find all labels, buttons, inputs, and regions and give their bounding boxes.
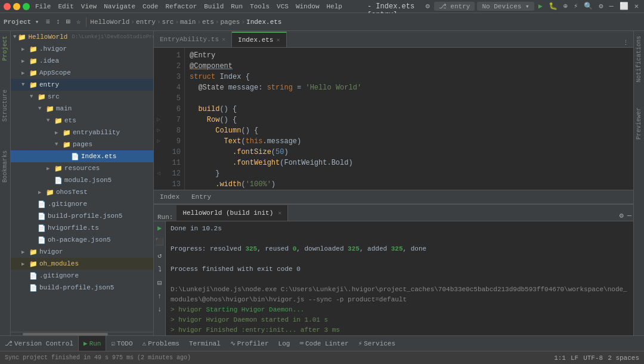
restore-icon[interactable]: ⬜	[618, 1, 630, 11]
run-filter-icon[interactable]: ⊟	[157, 279, 162, 288]
tree-item-ets[interactable]: ▼ 📁 ets	[11, 115, 153, 127]
tree-item-ohostest[interactable]: ▶ 📁 ohosTest	[11, 186, 153, 198]
tree-item-entryability[interactable]: ▶ 📁 entryability	[11, 127, 153, 138]
tree-item-index-ets[interactable]: 📄 Index.ets	[11, 150, 153, 162]
line-ending[interactable]: LF	[571, 354, 578, 362]
tree-item-hvigor[interactable]: ▶ 📁 .hvigor	[11, 43, 153, 55]
run-start-icon[interactable]: ▶	[157, 224, 162, 233]
profile-icon[interactable]: ⚡	[572, 1, 580, 11]
tool-tab-label: Log	[278, 340, 290, 347]
tree-item-main[interactable]: ▼ 📁 main	[11, 103, 153, 115]
branch-selector[interactable]: ⎇ entry	[434, 2, 475, 11]
close-button[interactable]	[4, 3, 11, 10]
tree-item-helloworld[interactable]: ▼ 📁 HelloWorld D:\Lunkeji\DevEcoStudioPr…	[11, 31, 153, 43]
tool-tab-vcs[interactable]: ⎇ Version Control	[0, 336, 78, 351]
menu-run[interactable]: Run	[228, 2, 246, 11]
bottom-log-content[interactable]: Done in 10.2s Progress: resolved 325, re…	[166, 221, 633, 335]
code-tab-entry[interactable]: Entry	[185, 190, 217, 203]
close-bottom-tab-icon[interactable]: ✕	[278, 209, 281, 217]
bottom-panel-minimize-icon[interactable]: —	[626, 211, 633, 221]
tree-item-hvigor-root[interactable]: ▶ 📁 hvigor	[11, 246, 153, 258]
run-icon[interactable]: ▶	[537, 1, 544, 11]
breadcrumb-pages[interactable]: pages	[220, 18, 240, 26]
settings2-icon[interactable]: ⚙	[597, 1, 605, 11]
menu-code[interactable]: Code	[140, 2, 161, 11]
toolbar-icon-star[interactable]: ☆	[75, 17, 82, 27]
attach-icon[interactable]: ⊕	[562, 1, 569, 11]
run-scroll-icon[interactable]: ⤵	[158, 265, 162, 274]
tool-tab-problems[interactable]: ⚠ Problems	[138, 336, 184, 351]
menu-tools[interactable]: Tools	[247, 2, 273, 11]
left-tab-bookmarks[interactable]: Bookmarks	[1, 148, 10, 185]
menu-window[interactable]: Window	[293, 2, 323, 11]
bottom-panel-settings-icon[interactable]: ⚙	[618, 211, 626, 221]
tree-item-modulejson5[interactable]: 📄 module.json5	[11, 174, 153, 186]
tree-item-root-buildprofile[interactable]: 📄 build-profile.json5	[11, 282, 153, 294]
tool-tab-todo[interactable]: ☑ TODO	[106, 336, 137, 351]
menu-edit[interactable]: Edit	[55, 2, 76, 11]
right-tab-notifications[interactable]: Notifications	[634, 33, 643, 85]
tab-indexets[interactable]: Index.ets ✕	[232, 32, 286, 47]
device-selector[interactable]: No Devices ▾	[477, 2, 534, 11]
tree-item-oh-modules[interactable]: ▶ 📁 oh_modules	[11, 258, 153, 270]
code-line-5	[190, 93, 628, 104]
tool-tab-terminal[interactable]: Terminal	[184, 336, 225, 351]
menu-build[interactable]: Build	[201, 2, 227, 11]
tool-tab-log[interactable]: Log	[274, 336, 295, 351]
tree-item-src[interactable]: ▼ 📁 src	[11, 91, 153, 103]
run-stop-icon[interactable]: ⬛	[155, 237, 164, 246]
tab-entryability[interactable]: EntryAbility.ts ✕	[154, 32, 232, 47]
tree-item-entry[interactable]: ▼ 📁 entry	[11, 79, 153, 91]
run-up-icon[interactable]: ↑	[157, 292, 162, 301]
encoding[interactable]: UTF-8	[583, 354, 603, 362]
code-tab-index[interactable]: Index	[154, 190, 185, 203]
menu-navigate[interactable]: Navigate	[101, 2, 138, 11]
menu-view[interactable]: View	[78, 2, 100, 11]
tree-item-resources[interactable]: ▶ 📁 resources	[11, 162, 153, 174]
toolbar-icon-expand[interactable]: ⊞	[64, 17, 72, 27]
tool-tab-codelinter[interactable]: ⌨ Code Linter	[295, 336, 353, 351]
tree-item-root-gitignore[interactable]: 📄 .gitignore	[11, 270, 153, 282]
tree-item-gitignore[interactable]: 📄 .gitignore	[11, 198, 153, 210]
editor-options-icon[interactable]: ⋮	[621, 38, 631, 47]
tree-item-appscope[interactable]: ▶ 📁 AppScope	[11, 67, 153, 79]
breadcrumb-src[interactable]: src	[162, 18, 174, 26]
bottom-tab-helloworld[interactable]: HelloWorld (build init) ✕	[177, 205, 288, 221]
breadcrumb-ets[interactable]: ets	[202, 18, 214, 26]
toolbar-icon-sort[interactable]: ↕	[54, 17, 62, 27]
settings-icon[interactable]: ⚙	[424, 1, 432, 11]
minimize-button[interactable]	[13, 3, 20, 10]
left-tab-structure[interactable]: Structure	[1, 87, 10, 124]
breadcrumb-file[interactable]: Index.ets	[246, 18, 281, 26]
tool-tab-run[interactable]: ▶ Run	[78, 336, 106, 351]
toolbar-icon-menu[interactable]: ≡	[44, 17, 51, 27]
run-restart-icon[interactable]: ↺	[157, 251, 162, 260]
menu-refactor[interactable]: Refactor	[162, 2, 200, 11]
tree-item-pages[interactable]: ▼ 📁 pages	[11, 138, 153, 150]
tree-item-buildprofile[interactable]: 📄 build-profile.json5	[11, 210, 153, 222]
tree-item-hvigorfile[interactable]: 📄 hvigorfile.ts	[11, 222, 153, 234]
code-content[interactable]: @Entry @Component struct Index { @State …	[185, 48, 633, 190]
tree-item-ohpackage[interactable]: 📄 oh-package.json5	[11, 234, 153, 246]
menu-file[interactable]: File	[32, 2, 54, 11]
run-down-icon[interactable]: ↓	[157, 306, 162, 314]
tool-tab-services[interactable]: ⚡ Services	[354, 336, 400, 351]
right-tab-previewer[interactable]: Previewer	[634, 105, 643, 142]
debug-icon[interactable]: 🐛	[547, 1, 559, 11]
breadcrumb-main[interactable]: main	[180, 18, 196, 26]
minimize-icon[interactable]: —	[608, 2, 615, 11]
menu-help[interactable]: Help	[324, 2, 345, 11]
tool-tab-profiler[interactable]: ∿ Profiler	[225, 336, 274, 351]
maximize-button[interactable]	[23, 3, 30, 10]
left-tab-project[interactable]: Project	[1, 33, 10, 63]
indent[interactable]: 2 spaces	[608, 354, 639, 362]
search-icon[interactable]: 🔍	[582, 1, 595, 11]
breadcrumb-root[interactable]: HelloWorld	[90, 18, 129, 26]
close-tab-icon[interactable]: ✕	[276, 36, 280, 44]
close-icon[interactable]: ✕	[633, 1, 640, 11]
breadcrumb-entry[interactable]: entry	[136, 18, 156, 26]
menu-vcs[interactable]: VCS	[274, 2, 292, 11]
close-tab-icon[interactable]: ✕	[222, 36, 225, 43]
cursor-position[interactable]: 1:1	[554, 354, 566, 362]
tree-item-idea[interactable]: ▶ 📁 .idea	[11, 55, 153, 67]
